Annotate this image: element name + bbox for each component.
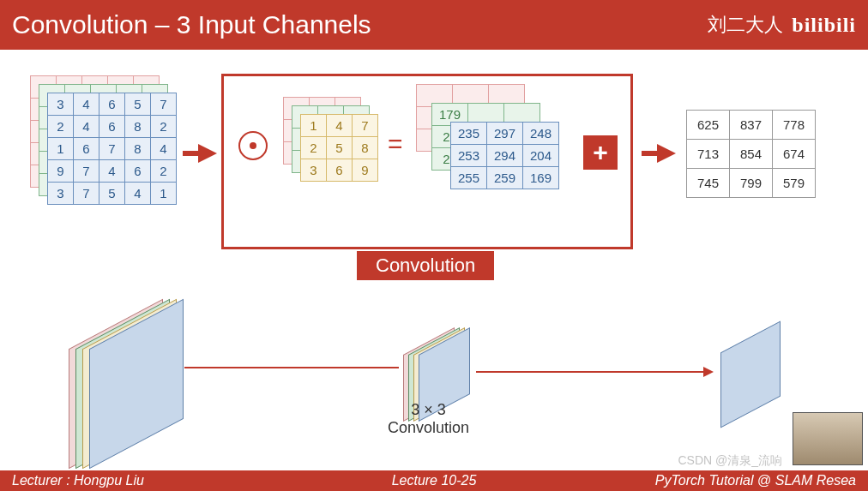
input-channel-1: 3 4 6 5 7 2 4 6 8 2 1 6 7 8 4 9 (47, 93, 177, 205)
author-name: 刘二大人 (708, 12, 783, 38)
lecture-number: Lecture 10-25 (392, 473, 477, 488)
watermark: CSDN @清泉_流响 (678, 453, 782, 469)
title-bar: Convolution – 3 Input Channels 刘二大人 bili… (0, 0, 868, 50)
kernel-stack: 1 4 7 2 5 8 3 6 9 (283, 97, 395, 200)
equals-sign: = (388, 129, 403, 159)
tutorial-label: PyTorch Tutorial @ SLAM Resea (655, 473, 856, 488)
kernel-size-label: 3 × 3 Convolution (388, 401, 469, 437)
slide-content: 3 4 6 5 7 2 4 6 8 2 1 6 7 8 4 9 (0, 50, 868, 470)
partial-output-1: 235 297 248 253 294 204 255 259 169 (450, 122, 559, 189)
brand-logo: bilibili (792, 14, 856, 37)
partial-output-stack: 179 20 23 235 297 248 253 294 204 255 25… (416, 84, 588, 238)
output-matrix: 625 837 778 713 854 674 745 799 579 (686, 110, 816, 198)
lecturer-label: Lecturer : Hongpu Liu (12, 473, 144, 488)
webcam-overlay (793, 412, 863, 465)
arrow-icon (183, 144, 217, 163)
footer-bar: Lecturer : Hongpu Liu Lecture 10-25 PyTo… (0, 470, 868, 491)
arrow-icon (184, 367, 399, 368)
page-title: Convolution – 3 Input Channels (12, 10, 371, 39)
arrow-icon (476, 367, 714, 377)
sum-icon: + (583, 135, 618, 170)
input-tensor-stack: 3 4 6 5 7 2 4 6 8 2 1 6 7 8 4 9 (30, 75, 193, 221)
arrow-icon (642, 144, 676, 163)
convolution-label: Convolution (357, 251, 494, 280)
elementwise-mul-icon (238, 131, 268, 160)
kernel-channel-1: 1 4 7 2 5 8 3 6 9 (300, 114, 378, 182)
